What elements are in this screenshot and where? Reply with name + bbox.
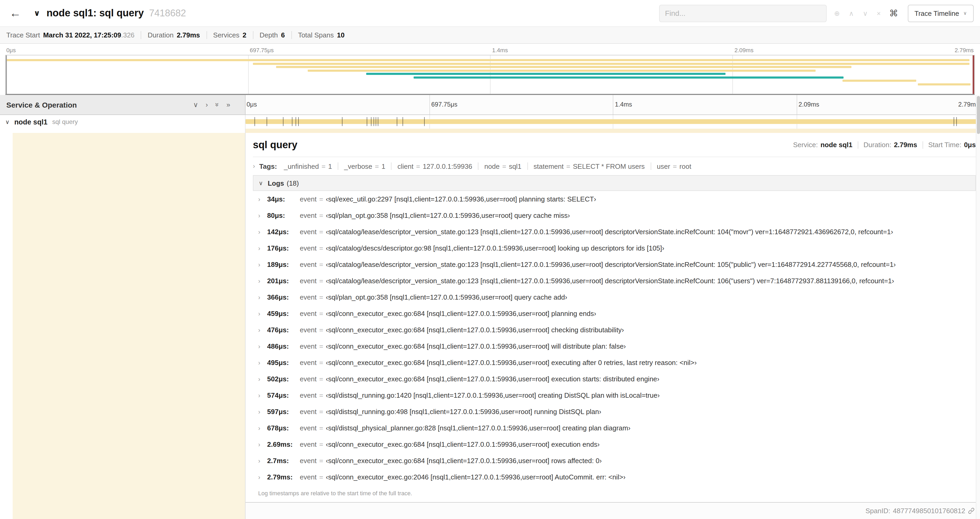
span-row-name-cell[interactable]: ∨ node sql1 sql query — [0, 115, 245, 129]
summary-suffix: .326 — [121, 31, 135, 39]
log-timestamp: 176μs: — [267, 244, 300, 252]
log-expand-chevron-icon[interactable]: › — [258, 375, 267, 383]
log-expand-chevron-icon[interactable]: › — [258, 277, 267, 284]
find-prev-icon[interactable]: ∧ — [849, 9, 854, 17]
log-field-value: ‹sql/conn_executor_exec.go:684 [nsql1,cl… — [326, 310, 596, 318]
focus-icon[interactable]: ⊕ — [834, 9, 840, 17]
log-row[interactable]: › 189μs: event = ‹sql/catalog/lease/desc… — [253, 256, 976, 273]
find-input[interactable] — [659, 5, 827, 22]
log-row[interactable]: › 502μs: event = ‹sql/conn_executor_exec… — [253, 371, 976, 387]
log-expand-chevron-icon[interactable]: › — [258, 473, 267, 481]
vertical-scrollbar — [976, 95, 980, 519]
log-expand-chevron-icon[interactable]: › — [258, 294, 267, 301]
span-meta-label: Duration: — [864, 141, 891, 149]
log-field-value: ‹sql/conn_executor_exec.go:684 [nsql1,cl… — [326, 457, 602, 465]
log-row[interactable]: › 142μs: event = ‹sql/catalog/lease/desc… — [253, 224, 976, 240]
summary-item: Services 2 — [213, 31, 259, 39]
log-row[interactable]: › 678μs: event = ‹sql/distsql_physical_p… — [253, 420, 976, 436]
span-row-timeline-cell[interactable] — [245, 115, 980, 129]
log-equals: = — [319, 342, 323, 350]
trace-timeline-label: Trace Timeline — [915, 9, 959, 17]
log-expand-chevron-icon[interactable]: › — [258, 391, 267, 399]
span-link-icon[interactable] — [968, 507, 975, 514]
tag-equals: = — [673, 162, 677, 170]
log-expand-chevron-icon[interactable]: › — [258, 212, 267, 219]
back-arrow-icon[interactable]: ← — [6, 6, 26, 20]
span-meta-label: Start Time: — [928, 141, 961, 149]
log-field-value: ‹sql/catalog/lease/descriptor_version_st… — [326, 228, 893, 236]
log-row[interactable]: › 459μs: event = ‹sql/conn_executor_exec… — [253, 305, 976, 322]
find-next-icon[interactable]: ∨ — [863, 9, 868, 17]
tags-expand-chevron-icon[interactable]: › — [253, 163, 255, 170]
log-field-key: event — [300, 342, 317, 350]
log-event-tick — [378, 117, 378, 126]
minimap-canvas[interactable] — [5, 55, 975, 95]
log-row[interactable]: › 201μs: event = ‹sql/catalog/lease/desc… — [253, 273, 976, 289]
ruler-gridline — [613, 95, 613, 115]
trace-timeline-dropdown[interactable]: Trace Timeline ∨ — [908, 5, 974, 22]
span-expand-chevron-icon[interactable]: ∨ — [5, 118, 10, 125]
tag-value: root — [679, 162, 691, 170]
log-expand-chevron-icon[interactable]: › — [258, 261, 267, 268]
log-row[interactable]: › 574μs: event = ‹sql/distsql_running.go… — [253, 387, 976, 404]
log-row[interactable]: › 34μs: event = ‹sql/exec_util.go:2297 [… — [253, 191, 976, 207]
minimap-left-scrubber[interactable] — [6, 55, 7, 94]
logs-collapse-chevron-icon[interactable]: ∨ — [259, 180, 263, 187]
log-row[interactable]: › 80μs: event = ‹sql/plan_opt.go:358 [ns… — [253, 207, 976, 224]
span-meta-value: 0μs — [964, 141, 976, 149]
log-timestamp: 459μs: — [267, 310, 300, 318]
scrollbar-thumb[interactable] — [977, 96, 980, 134]
tags-section[interactable]: › Tags: _unfinished = 1 _verbose — [253, 157, 976, 175]
log-field-value: ‹sql/conn_executor_exec.go:684 [nsql1,cl… — [326, 359, 697, 367]
log-expand-chevron-icon[interactable]: › — [258, 326, 267, 334]
log-expand-chevron-icon[interactable]: › — [258, 228, 267, 235]
ruler-gridline — [796, 95, 797, 115]
find-clear-icon[interactable]: × — [877, 9, 881, 17]
log-expand-chevron-icon[interactable]: › — [258, 244, 267, 252]
summary-label: Trace Start — [6, 31, 40, 39]
page-title: node sql1: sql query — [46, 7, 144, 19]
tag-equals: = — [502, 162, 506, 170]
log-row[interactable]: › 2.69ms: event = ‹sql/conn_executor_exe… — [253, 436, 976, 452]
span-detail-title: sql query — [253, 139, 793, 150]
log-expand-chevron-icon[interactable]: › — [258, 343, 267, 350]
log-row[interactable]: › 176μs: event = ‹sql/catalog/descs/desc… — [253, 240, 976, 256]
log-timestamp: 189μs: — [267, 260, 300, 268]
log-field-value: ‹sql/catalog/lease/descriptor_version_st… — [326, 260, 896, 268]
log-expand-chevron-icon[interactable]: › — [258, 457, 267, 465]
timeline-collapse-controls: ∨ › » » — [193, 101, 230, 109]
log-expand-chevron-icon[interactable]: › — [258, 310, 267, 317]
log-timestamp: 597μs: — [267, 408, 300, 416]
collapse-all-icon[interactable]: » — [213, 103, 221, 107]
summary-label: Duration — [148, 31, 173, 39]
tag-key: node — [484, 162, 500, 170]
minimap-right-scrubber[interactable] — [973, 55, 974, 94]
log-expand-chevron-icon[interactable]: › — [258, 195, 267, 203]
trace-collapse-chevron-icon[interactable]: ∨ — [34, 8, 40, 18]
log-row[interactable]: › 2.79ms: event = ‹sql/conn_executor_exe… — [253, 469, 976, 485]
log-row[interactable]: › 495μs: event = ‹sql/conn_executor_exec… — [253, 355, 976, 371]
collapse-one-icon[interactable]: ∨ — [193, 101, 198, 109]
log-expand-chevron-icon[interactable]: › — [258, 441, 267, 448]
span-id-label: SpanID: — [865, 506, 890, 514]
log-expand-chevron-icon[interactable]: › — [258, 408, 267, 415]
span-bar[interactable] — [245, 119, 980, 124]
expand-all-icon[interactable]: » — [227, 101, 230, 109]
keyboard-shortcuts-icon[interactable]: ⌘ — [889, 8, 898, 19]
log-row[interactable]: › 597μs: event = ‹sql/distsql_running.go… — [253, 404, 976, 420]
logs-section-header[interactable]: ∨ Logs (18) — [253, 175, 976, 191]
log-field-value: ‹sql/exec_util.go:2297 [nsql1,client=127… — [326, 195, 596, 203]
tag-equals: = — [321, 162, 325, 170]
log-row[interactable]: › 476μs: event = ‹sql/conn_executor_exec… — [253, 322, 976, 338]
log-row[interactable]: › 486μs: event = ‹sql/conn_executor_exec… — [253, 338, 976, 355]
service-operation-title: Service & Operation — [6, 101, 193, 109]
log-row[interactable]: › 366μs: event = ‹sql/plan_opt.go:358 [n… — [253, 289, 976, 305]
detail-column: sql query Service: node sql1 Duration: 2… — [245, 133, 980, 519]
log-row[interactable]: › 2.7ms: event = ‹sql/conn_executor_exec… — [253, 452, 976, 469]
log-expand-chevron-icon[interactable]: › — [258, 359, 267, 366]
log-expand-chevron-icon[interactable]: › — [258, 424, 267, 432]
span-detail-panel: sql query Service: node sql1 Duration: 2… — [245, 133, 980, 503]
minimap-tick-label: 697.75μs — [250, 47, 274, 53]
expand-one-icon[interactable]: › — [205, 101, 208, 109]
tag-equals: = — [375, 162, 379, 170]
